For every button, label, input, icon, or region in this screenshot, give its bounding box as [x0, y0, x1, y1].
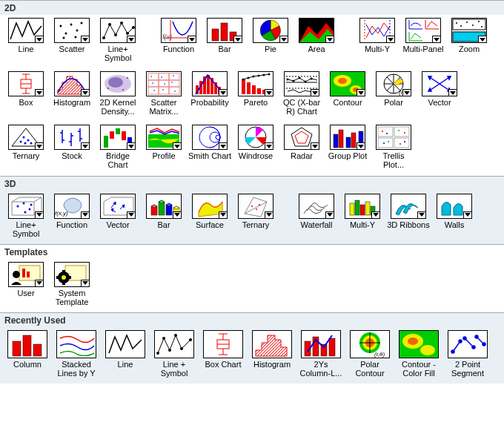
recent-line[interactable]: Line [102, 330, 149, 378]
plot3d-multi-y[interactable]: Multi-Y [340, 194, 385, 238]
plot-line-symbol[interactable]: Line+ Symbol [96, 18, 140, 62]
label: Function [56, 220, 87, 229]
plot-zoom[interactable]: Zoom [447, 18, 491, 62]
label: Multi-Y [365, 45, 390, 53]
recent-line-symbol[interactable]: Line + Symbol [150, 330, 198, 378]
section-3d-title: 3D [0, 177, 504, 191]
label: Column [13, 360, 42, 369]
ternary-icon [8, 125, 44, 150]
histogram-icon [252, 330, 292, 358]
recent-contour-fill[interactable]: Contour - Color Fill [395, 330, 442, 378]
recent-polar-contour[interactable]: (r,θ) Polar Contour [346, 330, 394, 378]
svg-point-150 [386, 133, 388, 134]
svg-point-207 [162, 337, 165, 340]
section-3d: 3D Line+ Symbol f(x,y) Function Vector [0, 176, 504, 244]
svg-rect-199 [62, 270, 65, 272]
recent-box[interactable]: Box Chart [199, 330, 247, 378]
plot-multi-panel[interactable]: Multi-Panel [401, 18, 445, 62]
svg-rect-189 [360, 205, 365, 215]
group-plot-icon [330, 125, 365, 150]
svg-rect-55 [148, 87, 159, 94]
plot3d-line-symbol[interactable]: Line+ Symbol [4, 194, 48, 238]
plot-stock[interactable]: Stock [50, 125, 94, 169]
plot-probability[interactable]: Probability [188, 71, 232, 116]
label: Line [118, 360, 133, 369]
svg-point-65 [162, 89, 164, 91]
recent-stacked-lines[interactable]: Stacked Lines by Y [53, 330, 100, 378]
template-user[interactable]: User [4, 262, 48, 306]
svg-point-239 [475, 335, 478, 338]
plot-area[interactable]: Area [294, 18, 339, 62]
plot-function[interactable]: f(x) Function [156, 18, 201, 62]
plot-scatter[interactable]: Scatter [50, 18, 94, 62]
svg-rect-140 [334, 134, 338, 148]
svg-point-63 [171, 82, 173, 83]
plot-histogram[interactable]: Histogram [50, 71, 94, 116]
recent-2ys-column[interactable]: 2Ys Column-L... [297, 330, 345, 378]
plot-scatter-matrix[interactable]: Scatter Matrix... [142, 71, 186, 116]
svg-marker-173 [111, 208, 113, 211]
plot3d-function[interactable]: f(x,y) Function [50, 194, 94, 238]
label: Histogram [253, 360, 291, 369]
svg-rect-75 [247, 82, 251, 94]
trellis-icon [376, 125, 411, 150]
multi-y-icon [359, 18, 395, 43]
plot3d-walls[interactable]: Walls [432, 194, 477, 238]
plot-line[interactable]: Line [4, 18, 48, 62]
recent-2point-segment[interactable]: 2 Point Segment [444, 330, 491, 378]
stacked-lines-icon [56, 330, 96, 358]
svg-point-2 [70, 24, 73, 26]
svg-point-0 [60, 25, 62, 27]
plot3d-vector[interactable]: Vector [96, 194, 140, 238]
plot3d-bar[interactable]: Bar [142, 194, 186, 238]
plot-qc-chart[interactable]: QC (X-bar R) Chart [279, 71, 324, 116]
recent-histogram[interactable]: Histogram [248, 330, 296, 378]
plot-windrose[interactable]: Windrose [233, 125, 278, 169]
recent-column[interactable]: Column [4, 330, 51, 378]
plot-bar[interactable]: Bar [202, 18, 247, 62]
plot-group[interactable]: Group Plot [325, 125, 370, 169]
plot3d-ribbons[interactable]: 3D Ribbons [386, 194, 431, 238]
label: Ternary [13, 151, 40, 160]
label: Vector [428, 98, 451, 107]
plot-kernel-density[interactable]: 2D Kernel Density... [96, 71, 140, 116]
label: Trellis Plot... [371, 151, 416, 169]
dropdown-icon [173, 211, 182, 219]
plot3d-surface[interactable]: Surface [188, 194, 232, 238]
label: QC (X-bar R) Chart [279, 98, 324, 116]
svg-rect-77 [257, 88, 261, 94]
label: Multi-Panel [402, 45, 443, 53]
plot-pareto[interactable]: Pareto [233, 71, 278, 116]
svg-point-185 [256, 208, 257, 210]
plot-multi-y[interactable]: Multi-Y [355, 18, 399, 62]
svg-rect-142 [346, 137, 351, 148]
plot3d-waterfall[interactable]: Waterfall [294, 194, 339, 238]
svg-point-209 [174, 334, 177, 337]
plot-vector[interactable]: Vector [417, 71, 462, 116]
ribbons-icon [391, 194, 426, 219]
plot-trellis[interactable]: Trellis Plot... [371, 125, 416, 169]
plot-pie[interactable]: Pie [248, 18, 293, 62]
svg-point-195 [13, 271, 20, 278]
dropdown-icon [173, 142, 182, 150]
plot-box[interactable]: Box [4, 71, 48, 116]
plot-ternary[interactable]: Ternary [4, 125, 48, 169]
plot-radar[interactable]: Radar [279, 125, 324, 169]
plot-bridge[interactable]: Bridge Chart [96, 125, 140, 169]
dropdown-icon [35, 89, 44, 96]
svg-rect-51 [169, 73, 179, 80]
plot-profile[interactable]: Profile [142, 125, 186, 169]
svg-point-80 [242, 79, 245, 81]
svg-point-161 [17, 205, 19, 207]
dropdown-icon [402, 89, 411, 96]
template-system[interactable]: System Template [50, 262, 94, 306]
plot3d-ternary[interactable]: Ternary [233, 194, 278, 238]
dropdown-icon [81, 142, 90, 150]
svg-point-11 [126, 32, 129, 35]
twoys-column-icon [301, 330, 341, 358]
svg-point-34 [472, 24, 474, 26]
plot-polar[interactable]: (r,θ) Polar [371, 71, 416, 116]
plot-contour[interactable]: Contour [325, 71, 370, 116]
label: Scatter [59, 45, 85, 53]
plot-smith[interactable]: Smith Chart [188, 125, 232, 169]
